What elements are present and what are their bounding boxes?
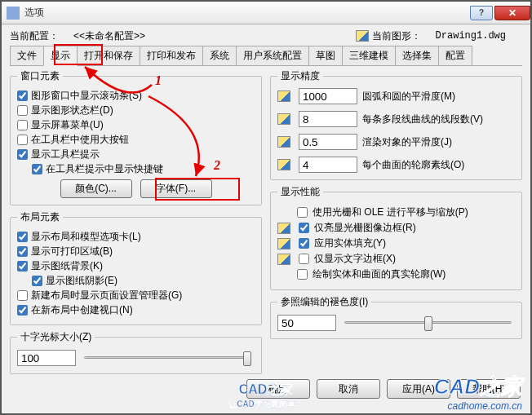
tab-system[interactable]: 系统 (202, 46, 237, 65)
window-title: 选项 (24, 6, 468, 20)
tab-selection[interactable]: 选择集 (395, 46, 439, 65)
window-element-item-2: 显示屏幕菜单(U) (17, 118, 255, 132)
precision-input-2[interactable] (299, 134, 357, 150)
crosshair-slider[interactable] (81, 349, 255, 367)
layout-element-item-0: 显示布局和模型选项卡(L) (17, 230, 255, 244)
perf-icon-2 (277, 238, 290, 249)
window-element-item-3: 在工具栏中使用大按钮 (17, 133, 255, 147)
layout-element-checkbox-5[interactable] (17, 305, 28, 316)
precision-icon-2 (277, 136, 290, 148)
tab-opensave[interactable]: 打开和保存 (77, 46, 140, 65)
refedit-slider[interactable] (341, 314, 515, 332)
perf-checkbox-2[interactable] (299, 238, 309, 249)
perf-label-4: 绘制实体和曲面的真实轮廓(W) (313, 267, 446, 281)
window-element-label-1: 显示图形状态栏(D) (31, 104, 113, 117)
precision-row-2: 渲染对象的平滑度(J) (277, 134, 515, 150)
window-element-item-0: 图形窗口中显示滚动条(S) (17, 89, 255, 103)
layout-element-checkbox-2[interactable] (17, 261, 28, 272)
help-button-bottom[interactable]: 帮助(H) (457, 379, 521, 399)
tab-userpref[interactable]: 用户系统配置 (236, 46, 309, 65)
window-element-label-2: 显示屏幕菜单(U) (31, 118, 104, 132)
perf-checkbox-0[interactable] (297, 207, 308, 218)
current-profile-label: 当前配置： (10, 29, 59, 43)
perf-checkbox-3[interactable] (299, 254, 309, 264)
font-button[interactable]: 字体(F)... (140, 179, 212, 198)
precision-input-1[interactable] (299, 111, 357, 127)
refedit-legend: 参照编辑的褪色度(I) (277, 295, 371, 309)
app-icon (7, 7, 20, 20)
layout-element-label-4: 新建布局时显示页面设置管理器(G) (31, 289, 182, 302)
window-element-checkbox-2[interactable] (17, 120, 28, 130)
current-drawing-value: Drawing1.dwg (436, 30, 506, 42)
display-performance-group: 显示性能 使用光栅和 OLE 进行平移与缩放(P)仅亮显光栅图像边框(R)应用实… (270, 185, 522, 290)
window-element-checkbox-1[interactable] (17, 105, 28, 116)
close-button[interactable]: ✕ (494, 6, 530, 20)
tab-draft[interactable]: 草图 (308, 46, 343, 65)
layout-elements-group: 布局元素 显示布局和模型选项卡(L)显示可打印区域(B)显示图纸背景(K)显示图… (10, 210, 262, 325)
layout-element-label-1: 显示可打印区域(B) (31, 245, 113, 258)
window-element-label-3: 在工具栏中使用大按钮 (31, 133, 129, 147)
layout-element-checkbox-4[interactable] (17, 290, 28, 301)
crosshair-input[interactable] (17, 350, 76, 366)
perf-label-3: 仅显示文字边框(X) (314, 252, 396, 266)
display-precision-legend: 显示精度 (277, 69, 323, 83)
layout-element-checkbox-1[interactable] (17, 246, 28, 257)
layout-element-checkbox-0[interactable] (17, 232, 28, 242)
layout-element-item-3: 显示图纸阴影(E) (32, 274, 255, 288)
perf-label-0: 使用光栅和 OLE 进行平移与缩放(P) (313, 205, 468, 219)
window-element-item-4: 显示工具栏提示 (17, 148, 255, 161)
layout-element-item-4: 新建布局时显示页面设置管理器(G) (17, 289, 255, 302)
drawing-icon (356, 30, 369, 42)
window-element-checkbox-0[interactable] (17, 91, 28, 101)
perf-row-0: 使用光栅和 OLE 进行平移与缩放(P) (277, 205, 515, 219)
precision-row-0: 圆弧和圆的平滑度(M) (277, 88, 515, 104)
window-element-item-1: 显示图形状态栏(D) (17, 104, 255, 117)
precision-input-3[interactable] (299, 157, 357, 173)
perf-checkbox-1[interactable] (299, 223, 309, 233)
perf-label-1: 仅亮显光栅图像边框(R) (314, 221, 416, 235)
layout-element-checkbox-3[interactable] (32, 276, 42, 286)
window-element-label-4: 显示工具栏提示 (31, 148, 100, 161)
display-precision-group: 显示精度 圆弧和圆的平滑度(M)每条多段线曲线的线段数(V)渲染对象的平滑度(J… (270, 69, 522, 180)
window-element-item-5: 在工具栏提示中显示快捷键 (32, 162, 255, 176)
window-element-checkbox-4[interactable] (17, 149, 28, 160)
perf-row-4: 绘制实体和曲面的真实轮廓(W) (277, 267, 515, 281)
perf-checkbox-4[interactable] (297, 269, 308, 280)
layout-element-label-3: 显示图纸阴影(E) (46, 274, 117, 288)
tab-plot[interactable]: 打印和发布 (140, 46, 203, 65)
cancel-button[interactable]: 取消 (317, 379, 380, 399)
refedit-input[interactable] (277, 315, 336, 331)
color-button[interactable]: 颜色(C)... (60, 179, 132, 198)
layout-element-label-2: 显示图纸背景(K) (31, 259, 103, 273)
apply-button[interactable]: 应用(A) (387, 379, 450, 399)
precision-label-2: 渲染对象的平滑度(J) (362, 135, 515, 149)
precision-row-1: 每条多段线曲线的线段数(V) (277, 111, 515, 127)
window-element-checkbox-5[interactable] (32, 164, 42, 174)
precision-icon-0 (277, 91, 290, 102)
perf-row-1: 仅亮显光栅图像边框(R) (277, 221, 515, 235)
tab-3d[interactable]: 三维建模 (342, 46, 396, 65)
display-performance-legend: 显示性能 (277, 185, 323, 199)
precision-row-3: 每个曲面的轮廓素线(O) (277, 157, 515, 173)
window-elements-group: 窗口元素 图形窗口中显示滚动条(S)显示图形状态栏(D)显示屏幕菜单(U)在工具… (10, 69, 262, 205)
ok-button[interactable]: 确定 (246, 379, 310, 399)
refedit-group: 参照编辑的褪色度(I) (270, 295, 522, 339)
tab-profiles[interactable]: 配置 (438, 46, 472, 65)
perf-icon-1 (277, 223, 290, 234)
tab-file[interactable]: 文件 (10, 46, 44, 65)
tab-display[interactable]: 显示 (43, 46, 78, 66)
perf-icon-3 (277, 254, 290, 265)
precision-icon-3 (277, 159, 290, 170)
window-elements-legend: 窗口元素 (17, 69, 63, 83)
layout-elements-legend: 布局元素 (17, 210, 63, 224)
precision-icon-1 (277, 113, 290, 125)
precision-label-1: 每条多段线曲线的线段数(V) (362, 113, 515, 126)
layout-element-item-5: 在新布局中创建视口(N) (17, 303, 255, 317)
titlebar: 选项 ? ✕ (2, 2, 530, 24)
window-element-label-5: 在工具栏提示中显示快捷键 (46, 162, 163, 176)
current-drawing-label: 当前图形： (372, 29, 421, 43)
window-element-checkbox-3[interactable] (17, 135, 28, 145)
perf-row-2: 应用实体填充(Y) (277, 236, 515, 250)
help-button[interactable]: ? (470, 6, 493, 20)
precision-input-0[interactable] (299, 88, 357, 104)
